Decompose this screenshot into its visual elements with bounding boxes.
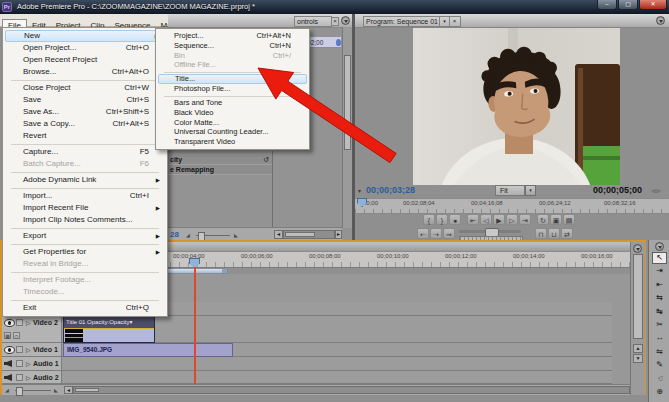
ec-playhead-icon[interactable] <box>336 39 341 46</box>
menu-item-title[interactable]: Title...Ctrl+T <box>158 74 307 84</box>
output-button[interactable]: ▤ <box>563 214 575 225</box>
zoom-out-icon[interactable]: ◢ <box>186 232 190 238</box>
menu-item-color-matte[interactable]: Color Matte... <box>158 118 307 128</box>
menu-item-close-project[interactable]: Close ProjectCtrl+W <box>5 82 165 94</box>
set-display-style-icon[interactable]: ▦ <box>4 332 11 339</box>
track-header-audio-1[interactable]: ▷Audio 1 <box>2 357 62 371</box>
tab-effect-controls[interactable]: ontrols <box>294 16 332 27</box>
menu-item-save-a-copy[interactable]: Save a Copy...Ctrl+Alt+S <box>5 118 165 130</box>
lock-track-icon[interactable] <box>16 319 23 326</box>
trim-button[interactable]: ⇄ <box>561 228 573 239</box>
clip-title-01-opacity-opacity[interactable]: Title 01 Opacity:Opacity▾ <box>63 316 155 343</box>
chevron-down-icon[interactable]: ▾ <box>525 185 536 196</box>
zoom-in-icon[interactable]: ◣ <box>234 232 238 238</box>
zoom-level-select[interactable]: Fit <box>495 185 525 196</box>
menu-item-exit[interactable]: ExitCtrl+Q <box>5 302 165 314</box>
expand-track-icon[interactable]: ▷ <box>26 360 31 367</box>
toggle-track-output-speaker-icon[interactable] <box>4 360 12 367</box>
close-icon[interactable]: × <box>331 17 339 26</box>
timeline-vertical-scrollbar[interactable]: ▲ ▼ <box>630 242 645 395</box>
timeline-zoom-slider[interactable] <box>15 390 51 391</box>
slide-tool[interactable]: ⇋ <box>652 346 667 358</box>
go-to-out-button[interactable]: ⇥ <box>519 214 531 225</box>
panel-menu-icon[interactable] <box>341 16 350 25</box>
safe-margins-button[interactable]: ▣ <box>550 214 562 225</box>
scroll-left-icon[interactable]: ◄ <box>64 386 73 394</box>
menu-item-transparent-video[interactable]: Transparent Video <box>158 137 307 147</box>
pen-tool[interactable]: ✎ <box>652 359 667 371</box>
go-to-next-marker-button[interactable]: ⇢ <box>430 228 442 239</box>
current-timecode[interactable]: 00;00;03;28 <box>366 185 415 195</box>
track-header-video-2[interactable]: ▷Video 2▦◇ <box>2 316 62 343</box>
menu-item-bars-and-tone[interactable]: Bars and Tone <box>158 98 307 108</box>
clip-img-9540-jpg[interactable]: IMG_9540.JPG <box>63 343 233 357</box>
menu-item-capture[interactable]: Capture...F5 <box>5 146 165 158</box>
shuttle-slider[interactable] <box>459 230 521 233</box>
track-select-tool[interactable]: ⇥ <box>652 265 667 277</box>
lock-track-icon[interactable] <box>16 346 23 353</box>
ec-zoom-slider[interactable] <box>196 235 230 236</box>
menu-item-export[interactable]: Export▶ <box>5 230 165 242</box>
go-to-prev-marker-button[interactable]: ⇠ <box>417 228 429 239</box>
set-marker-button[interactable]: ● <box>449 214 461 225</box>
track-header-video-1[interactable]: ▷Video 1 <box>2 343 62 357</box>
panel-menu-icon[interactable] <box>656 16 665 25</box>
loop-button[interactable]: ↻ <box>537 214 549 225</box>
maximize-button[interactable]: ▢ <box>618 0 638 10</box>
ec-effect-row-time-remapping[interactable]: e Remapping <box>168 165 272 175</box>
hand-tool[interactable]: ☜ <box>652 373 667 385</box>
selection-tool[interactable]: ↖ <box>652 252 667 264</box>
rate-stretch-tool[interactable]: ↹ <box>652 306 667 318</box>
play-in-to-out-button[interactable]: ⇒ <box>443 228 455 239</box>
lock-track-icon[interactable] <box>16 360 23 367</box>
menu-item-open-project[interactable]: Open Project...Ctrl+O <box>5 42 165 54</box>
step-back-button[interactable]: ◁ <box>480 214 492 225</box>
toggle-track-output-icon[interactable] <box>4 319 15 327</box>
slip-tool[interactable]: ↔ <box>652 332 667 344</box>
step-forward-button[interactable]: ▷ <box>506 214 518 225</box>
scroll-down-icon[interactable]: ▼ <box>633 354 643 363</box>
menu-item-open-recent-project[interactable]: Open Recent Project▶ <box>5 54 165 66</box>
menu-item-save-as[interactable]: Save As...Ctrl+Shift+S <box>5 106 165 118</box>
timeline-horizontal-scrollbar[interactable] <box>73 386 630 394</box>
program-time-ruler[interactable]: 00;0000;02;08;0400;04;16;0800;06;24;1200… <box>355 198 669 214</box>
ec-effect-row-opacity[interactable]: city ↺ <box>168 155 272 165</box>
ec-horizontal-scrollbar[interactable] <box>283 230 335 239</box>
lift-button[interactable]: ⊓ <box>535 228 547 239</box>
reset-icon[interactable]: ↺ <box>263 155 269 164</box>
zoom-out-icon[interactable]: ◢ <box>5 387 9 393</box>
lock-track-icon[interactable] <box>16 374 23 381</box>
go-to-in-button[interactable]: ⇤ <box>467 214 479 225</box>
tab-program-sequence[interactable]: Program: Sequence 01 ▾ × <box>363 16 461 27</box>
chevron-down-icon[interactable]: ▾ <box>439 17 449 26</box>
zoom-tool[interactable]: ⊕ <box>652 386 667 398</box>
toggle-track-output-icon[interactable] <box>4 346 15 354</box>
expand-track-icon[interactable]: ▷ <box>26 374 31 381</box>
menu-item-adobe-dynamic-link[interactable]: Adobe Dynamic Link▶ <box>5 174 165 186</box>
menu-item-revert[interactable]: Revert <box>5 130 165 142</box>
expand-track-icon[interactable]: ▷ <box>26 319 31 326</box>
expand-track-icon[interactable]: ▷ <box>26 346 31 353</box>
scroll-right-icon[interactable]: ► <box>335 230 342 239</box>
menu-item-import[interactable]: Import...Ctrl+I <box>5 190 165 202</box>
set-in-point-button[interactable]: { <box>423 214 435 225</box>
menu-item-sequence[interactable]: Sequence...Ctrl+N <box>158 41 307 51</box>
play-button[interactable]: ▶ <box>493 214 505 225</box>
close-button[interactable]: ✕ <box>639 0 667 10</box>
menu-item-get-properties-for[interactable]: Get Properties for▶ <box>5 246 165 258</box>
ripple-edit-tool[interactable]: ⇤ <box>652 279 667 291</box>
minimize-button[interactable]: – <box>597 0 617 10</box>
menu-item-photoshop-file[interactable]: Photoshop File... <box>158 84 307 94</box>
menu-item-new[interactable]: New▶ <box>5 30 165 42</box>
menu-item-import-recent-file[interactable]: Import Recent File▶ <box>5 202 165 214</box>
menu-item-black-video[interactable]: Black Video <box>158 108 307 118</box>
scroll-left-icon[interactable]: ◄ <box>274 230 283 239</box>
razor-tool[interactable]: ✂ <box>652 319 667 331</box>
zoom-in-icon[interactable]: ◣ <box>54 387 58 393</box>
menu-item-universal-counting-leader[interactable]: Universal Counting Leader... <box>158 127 307 137</box>
panel-menu-icon[interactable] <box>633 244 642 253</box>
extract-button[interactable]: ⊔ <box>548 228 560 239</box>
menu-item-save[interactable]: SaveCtrl+S <box>5 94 165 106</box>
show-keyframes-icon[interactable]: ◇ <box>13 332 20 339</box>
menu-item-import-clip-notes-comments[interactable]: Import Clip Notes Comments... <box>5 214 165 226</box>
